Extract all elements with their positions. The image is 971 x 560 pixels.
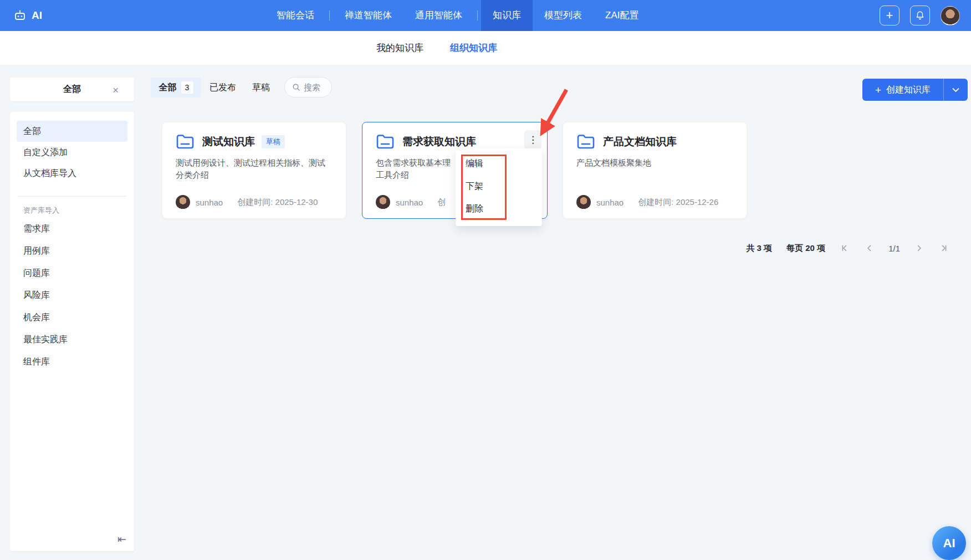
kb-card-title: 产品文档知识库 (603, 135, 677, 149)
sidebar-item-doc-import[interactable]: 从文档库导入 (17, 163, 127, 184)
chevron-right-icon (916, 244, 923, 252)
pagination: 共 3 项 每页 20 项 1/1 (746, 239, 949, 257)
filter-tab-all-label: 全部 (159, 82, 177, 94)
owner-name: sunhao (196, 198, 223, 207)
sidebar-item-issues[interactable]: 问题库 (17, 262, 127, 284)
owner-name: sunhao (396, 198, 423, 207)
sidebar-item-all[interactable]: 全部 (17, 121, 127, 142)
sidebar-item-custom-add[interactable]: 自定义添加 (17, 142, 127, 163)
nav-item-general-agent[interactable]: 通用智能体 (403, 0, 474, 31)
kb-card-description: 测试用例设计、测试过程相关指标、测试分类介绍 (176, 157, 333, 181)
top-navigation-bar: AI 智能会话 禅道智能体 通用智能体 知识库 模型列表 ZAI配置 + (0, 0, 971, 31)
sidebar-item-best-practices[interactable]: 最佳实践库 (17, 328, 127, 351)
search-input[interactable] (304, 83, 329, 92)
sidebar-filter-value: 全部 (63, 84, 81, 95)
ai-assistant-fab[interactable]: AI (932, 526, 966, 560)
sidebar-item-requirements[interactable]: 需求库 (17, 218, 127, 240)
kebab-menu-icon: ⋮ (528, 134, 538, 146)
first-page-icon (841, 244, 849, 252)
card-context-menu: 编辑 下架 删除 (456, 148, 542, 226)
chevron-left-icon (866, 244, 872, 252)
kb-card-test[interactable]: 测试知识库 草稿 测试用例设计、测试过程相关指标、测试分类介绍 sunhao 创… (162, 122, 346, 219)
search-box[interactable] (284, 77, 332, 97)
app-logo-text: AI (32, 9, 42, 22)
owner-name: sunhao (596, 198, 624, 207)
created-time: 创建时间: 2025-12-26 (638, 197, 718, 208)
nav-item-zentao-agent[interactable]: 禅道智能体 (333, 0, 403, 31)
owner-avatar (176, 195, 190, 209)
robot-icon (13, 9, 27, 22)
sidebar-item-risks[interactable]: 风险库 (17, 284, 127, 306)
sidebar-filter-box[interactable]: 全部 × (10, 78, 134, 101)
sidebar-item-components[interactable]: 组件库 (17, 351, 127, 373)
pagination-current-page: 1/1 (888, 244, 900, 253)
main-nav: 智能会话 禅道智能体 通用智能体 知识库 模型列表 ZAI配置 (265, 0, 650, 31)
kb-card-title: 测试知识库 (202, 135, 255, 149)
nav-item-smart-chat[interactable]: 智能会话 (265, 0, 326, 31)
filter-tab-all-count: 3 (181, 81, 193, 94)
folder-icon (176, 133, 195, 150)
sidebar-section-asset-import: 资产库导入 (17, 205, 127, 215)
filter-tab-draft[interactable]: 草稿 (252, 78, 270, 97)
nav-item-model-list[interactable]: 模型列表 (533, 0, 594, 31)
owner-avatar (376, 195, 390, 209)
menu-item-edit[interactable]: 编辑 (456, 152, 542, 174)
pagination-total: 共 3 项 (746, 243, 772, 254)
nav-item-zai-config[interactable]: ZAI配置 (594, 0, 650, 31)
menu-item-delete[interactable]: 删除 (456, 197, 542, 220)
tab-org-knowledge-base[interactable]: 组织知识库 (450, 42, 497, 54)
plus-icon: + (886, 8, 893, 23)
search-icon (292, 83, 300, 91)
created-time: 创 (437, 197, 446, 208)
tab-my-knowledge-base[interactable]: 我的知识库 (376, 42, 423, 54)
add-button[interactable]: + (880, 6, 900, 25)
nav-divider (477, 11, 478, 20)
kb-card-product-docs[interactable]: 产品文档知识库 产品文档模板聚集地 sunhao 创建时间: 2025-12-2… (563, 122, 747, 219)
ai-assistant-fab-label: AI (943, 536, 955, 551)
prev-page-button[interactable] (864, 243, 874, 253)
sidebar-collapse-icon[interactable]: ⇤ (117, 533, 126, 546)
next-page-button[interactable] (914, 243, 924, 253)
nav-divider (329, 11, 330, 20)
last-page-icon (940, 244, 948, 252)
menu-item-unpublish[interactable]: 下架 (456, 174, 542, 197)
kb-card-description: 产品文档模板聚集地 (576, 157, 733, 169)
owner-avatar (576, 195, 591, 209)
user-avatar[interactable] (941, 6, 960, 25)
topbar-actions: + (880, 0, 960, 31)
create-kb-dropdown-toggle[interactable] (943, 79, 968, 101)
notifications-button[interactable] (910, 6, 930, 25)
filter-tab-published[interactable]: 已发布 (209, 78, 236, 97)
pagination-per-page: 每页 20 项 (786, 243, 825, 254)
last-page-button[interactable] (939, 243, 949, 253)
folder-icon (576, 133, 595, 150)
draft-badge: 草稿 (262, 135, 285, 148)
kb-card-title: 需求获取知识库 (402, 135, 476, 149)
bell-icon (915, 11, 925, 20)
sidebar-item-usecases[interactable]: 用例库 (17, 240, 127, 262)
chevron-down-icon (952, 88, 959, 93)
knowledge-base-page: AI 智能会话 禅道智能体 通用智能体 知识库 模型列表 ZAI配置 + (0, 0, 971, 560)
create-kb-button[interactable]: + 创建知识库 (862, 79, 968, 101)
sidebar-item-opportunities[interactable]: 机会库 (17, 306, 127, 328)
filter-tab-all[interactable]: 全部 3 (151, 78, 201, 97)
more-actions-button[interactable]: ⋮ (524, 130, 541, 150)
sidebar-divider (18, 196, 126, 197)
first-page-button[interactable] (840, 243, 850, 253)
plus-icon: + (875, 85, 881, 95)
close-icon[interactable]: × (113, 84, 119, 95)
annotation-red-arrow (0, 0, 971, 560)
sidebar: 全部 自定义添加 从文档库导入 资产库导入 需求库 用例库 问题库 风险库 机会… (10, 112, 134, 551)
created-time: 创建时间: 2025-12-30 (237, 197, 318, 208)
folder-icon (376, 133, 395, 150)
kb-scope-tabbar: 我的知识库 组织知识库 (0, 31, 971, 65)
create-kb-button-label: 创建知识库 (886, 84, 931, 96)
nav-item-knowledge-base[interactable]: 知识库 (481, 0, 533, 31)
app-logo: AI (13, 0, 42, 31)
